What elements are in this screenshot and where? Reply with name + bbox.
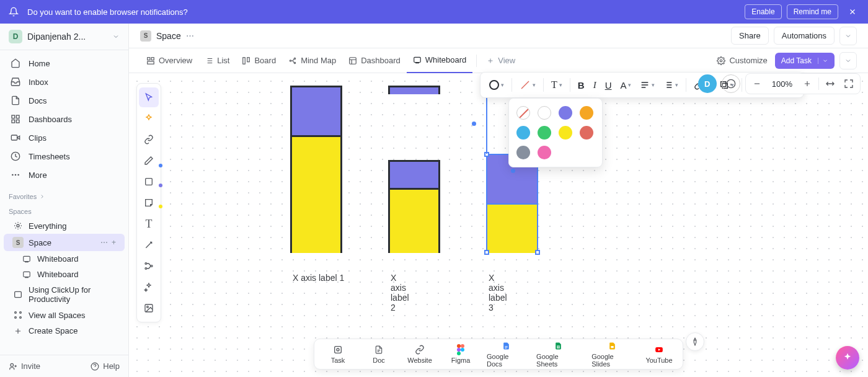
swatch-gray[interactable]	[516, 146, 530, 159]
nav-dashboards[interactable]: Dashboards	[0, 110, 128, 128]
insert-website[interactable]: Website	[405, 344, 435, 364]
font-button[interactable]: T▾	[547, 77, 566, 93]
bar-2[interactable]	[388, 160, 440, 253]
nav-inbox[interactable]: Inbox	[0, 73, 128, 91]
nav-label: Clips	[29, 133, 46, 143]
swatch-pink[interactable]	[538, 146, 551, 159]
ai-fab[interactable]	[836, 346, 859, 370]
insert-figma[interactable]: Figma	[446, 344, 476, 364]
shape-tool[interactable]	[139, 172, 159, 192]
svg-rect-40	[335, 347, 342, 353]
more-icon[interactable]: ⋯	[100, 238, 108, 247]
whiteboard-canvas[interactable]: T	[129, 73, 868, 377]
insert-youtube[interactable]: YouTube	[644, 344, 674, 364]
nav-timesheets[interactable]: Timesheets	[0, 147, 128, 166]
customize-button[interactable]: Customize	[717, 56, 767, 65]
italic-button[interactable]: I	[590, 78, 600, 93]
magic-tool[interactable]	[139, 277, 159, 297]
tree-viewall[interactable]: View all Spaces	[4, 307, 125, 323]
tree-whiteboard-1[interactable]: Whiteboard	[4, 251, 125, 267]
text-tool[interactable]: T	[139, 214, 159, 234]
nav-docs[interactable]: Docs	[0, 91, 128, 110]
tree-productivity[interactable]: Using ClickUp for Productivity	[4, 282, 125, 307]
workspace-switcher[interactable]: D Dipanjenah 2...	[0, 24, 128, 50]
nav-home[interactable]: Home	[0, 54, 128, 73]
spaces-section[interactable]: Spaces	[0, 203, 128, 218]
tree-space[interactable]: S Space ⋯+	[4, 234, 125, 251]
tree-everything[interactable]: Everything	[4, 218, 125, 234]
tab-dashboard[interactable]: Dashboard	[342, 48, 407, 73]
automations-button[interactable]: Automations	[774, 27, 835, 45]
text-color-button[interactable]: A▾	[616, 78, 635, 93]
tab-list[interactable]: List	[198, 48, 236, 73]
tree-create-space[interactable]: Create Space	[4, 323, 125, 339]
selection-center-handle[interactable]	[511, 169, 515, 173]
close-icon[interactable]	[846, 5, 859, 19]
tab-whiteboard[interactable]: Whiteboard	[407, 48, 472, 73]
swatch-blue[interactable]	[516, 126, 530, 140]
zoom-in-button[interactable]	[800, 79, 815, 88]
bar-2-fragment[interactable]	[388, 86, 440, 94]
stroke-color-button[interactable]: ▾	[516, 77, 539, 93]
add-view-button[interactable]: View	[480, 48, 521, 73]
chevron-down-icon[interactable]	[839, 52, 857, 69]
avatar[interactable]: D	[698, 74, 717, 93]
selection-side-handle[interactable]	[472, 122, 476, 126]
tab-board[interactable]: Board	[236, 48, 282, 73]
share-button[interactable]: Share	[731, 27, 769, 45]
ai-tool[interactable]	[139, 109, 159, 128]
insert-gdocs[interactable]: Google Docs	[487, 340, 525, 368]
remind-button[interactable]: Remind me	[787, 4, 838, 19]
link-tool[interactable]	[139, 130, 159, 149]
chevron-down-icon[interactable]	[839, 27, 857, 45]
help-button[interactable]: Help	[91, 361, 120, 371]
insert-task[interactable]: Task	[323, 344, 353, 364]
bold-button[interactable]: B	[574, 78, 588, 93]
zoom-percent[interactable]: 100%	[768, 79, 796, 89]
tree-whiteboard-2[interactable]: Whiteboard	[4, 267, 125, 282]
swatch-red[interactable]	[580, 126, 593, 140]
zoom-out-button[interactable]	[750, 79, 764, 88]
nav-label: Home	[29, 59, 50, 68]
align-button[interactable]: ▾	[636, 78, 658, 92]
insert-doc[interactable]: Doc	[364, 344, 394, 364]
plus-icon[interactable]: +	[112, 238, 116, 247]
connector-tool[interactable]	[139, 235, 159, 255]
list-button[interactable]: ▾	[660, 78, 682, 92]
mindmap-tool[interactable]	[139, 256, 159, 276]
doc-icon	[374, 344, 383, 355]
swatch-yellow[interactable]	[559, 126, 572, 140]
pointer-tool[interactable]	[139, 87, 159, 107]
pen-tool[interactable]	[139, 151, 159, 171]
add-task-button[interactable]: Add Task	[775, 53, 835, 69]
insert-gslides[interactable]: Google Slides	[591, 340, 633, 368]
tab-mindmap[interactable]: Mind Map	[282, 48, 342, 73]
nav-clips[interactable]: Clips	[0, 128, 128, 147]
swatch-purple[interactable]	[559, 106, 572, 120]
enable-button[interactable]: Enable	[745, 4, 781, 19]
sticky-tool[interactable]	[139, 193, 159, 213]
image-tool[interactable]	[139, 298, 159, 318]
tab-label: Overview	[159, 56, 192, 65]
swatch-green[interactable]	[538, 126, 551, 140]
more-icon[interactable]: ⋯	[186, 31, 194, 40]
fullscreen-button[interactable]	[841, 79, 856, 89]
nav-more[interactable]: More	[0, 166, 128, 184]
tree-label: Using ClickUp for Productivity	[29, 285, 116, 304]
insert-gsheets[interactable]: Google Sheets	[536, 340, 580, 368]
swatch-orange[interactable]	[580, 106, 593, 120]
favorites-section[interactable]: Favorites	[0, 188, 128, 203]
svg-point-9	[17, 224, 19, 227]
underline-button[interactable]: U	[601, 78, 616, 93]
tab-overview[interactable]: Overview	[140, 48, 198, 73]
chevron-down-icon[interactable]	[818, 58, 828, 64]
swatch-white[interactable]	[538, 106, 551, 120]
fill-color-button[interactable]: ▾	[485, 78, 508, 92]
fit-width-button[interactable]	[823, 79, 838, 89]
swatch-none[interactable]	[516, 106, 530, 120]
info-icon[interactable]	[722, 74, 740, 93]
pin-button[interactable]	[686, 332, 704, 351]
doc-icon	[10, 95, 21, 105]
bar-1[interactable]	[290, 86, 342, 253]
invite-button[interactable]: Invite	[9, 361, 40, 371]
